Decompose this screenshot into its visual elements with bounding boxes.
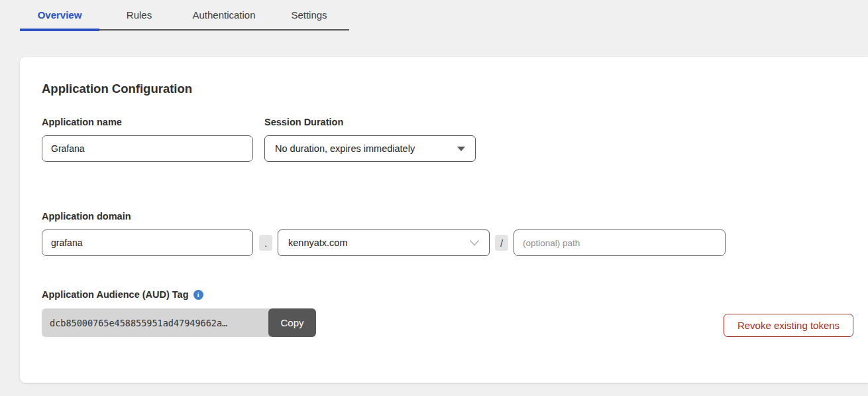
tab-settings[interactable]: Settings	[269, 0, 349, 29]
tab-bar: Overview Rules Authentication Settings	[20, 0, 349, 31]
tab-overview[interactable]: Overview	[20, 0, 99, 29]
info-icon[interactable]: i	[193, 290, 203, 300]
session-duration-selected-value: No duration, expires immediately	[275, 143, 415, 154]
session-duration-select[interactable]: No duration, expires immediately	[264, 135, 476, 162]
path-input[interactable]	[514, 230, 726, 256]
active-tab-indicator	[20, 29, 99, 31]
application-domain-label: Application domain	[42, 211, 131, 222]
page-title: Application Configuration	[42, 82, 192, 96]
tab-authentication[interactable]: Authentication	[179, 0, 269, 29]
slash-separator: /	[495, 235, 508, 251]
aud-tag-label-row: Application Audience (AUD) Tag i	[42, 289, 203, 300]
copy-button[interactable]: Copy	[268, 308, 316, 337]
aud-tag-label: Application Audience (AUD) Tag	[42, 289, 189, 300]
chevron-down-icon	[470, 240, 479, 246]
application-name-label: Application name	[42, 117, 122, 127]
aud-tag-value: dcb85000765e458855951ad47949662a…	[42, 308, 270, 337]
revoke-existing-tokens-button[interactable]: Revoke existing tokens	[724, 314, 853, 337]
session-duration-label: Session Duration	[264, 117, 343, 127]
caret-down-icon	[457, 147, 465, 151]
domain-select[interactable]: kennyatx.com	[278, 230, 490, 256]
domain-selected-value: kennyatx.com	[288, 237, 347, 248]
application-configuration-card: Application Configuration Application na…	[20, 57, 868, 383]
application-name-input[interactable]	[42, 135, 253, 162]
aud-tag-row: dcb85000765e458855951ad47949662a… Copy	[42, 308, 316, 337]
dot-separator: .	[259, 235, 272, 251]
subdomain-input[interactable]	[42, 230, 253, 256]
tab-rules[interactable]: Rules	[99, 0, 179, 29]
